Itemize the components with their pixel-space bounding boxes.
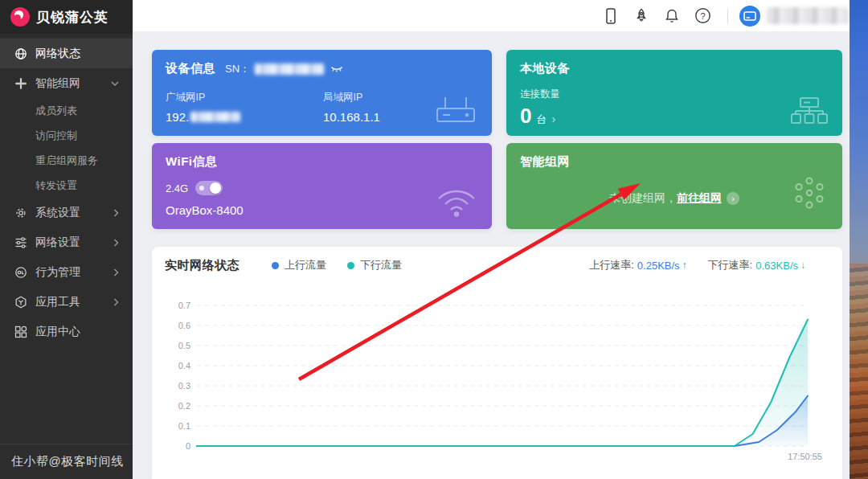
- sidebar-item-smart-networking[interactable]: 智能组网: [0, 68, 133, 98]
- legend-item-download[interactable]: 下行流量: [347, 258, 402, 272]
- down-arrow-icon: ↓: [800, 260, 805, 271]
- desktop-wallpaper: [850, 0, 868, 479]
- topbar: ?: [133, 0, 850, 32]
- wan-column: 广域网IP 192.: [166, 91, 240, 124]
- download-rate: 下行速率: 0.63KB/s ↓: [708, 258, 805, 272]
- chevron-right-icon: [113, 268, 119, 276]
- sidebar-item-label: 应用中心: [35, 325, 80, 339]
- connection-count-value: 0: [520, 104, 531, 129]
- chevron-right-icon: ›: [551, 113, 555, 125]
- gear-icon: [14, 207, 27, 219]
- legend-label: 上行流量: [285, 258, 326, 272]
- svg-text:0.4: 0.4: [178, 361, 190, 371]
- wan-ip-label: 广域网IP: [166, 91, 240, 104]
- svg-text:0: 0: [186, 441, 190, 451]
- networking-status-text: 未创建组网，: [609, 191, 677, 206]
- device-info-card: 设备信息 SN： 广域网IP 192. 局域网IP 10.168.1.1: [152, 50, 492, 136]
- logo-text: 贝锐蒲公英: [36, 8, 108, 27]
- svg-text:0.6: 0.6: [178, 321, 190, 330]
- rocket-icon[interactable]: [633, 7, 650, 25]
- go-networking-link[interactable]: 前往组网: [677, 191, 722, 206]
- sidebar-item-label: 智能组网: [35, 76, 80, 91]
- sidebar-item-label: 转发设置: [35, 178, 77, 193]
- device-card-title: 设备信息: [166, 61, 215, 76]
- sidebar-item-label: 行为管理: [35, 265, 80, 280]
- svg-text:17:50:55: 17:50:55: [788, 452, 822, 461]
- sliders-icon: [14, 236, 27, 249]
- legend-item-upload[interactable]: 上行流量: [272, 258, 326, 272]
- topbar-divider: [727, 9, 728, 23]
- local-card-title: 本地设备: [520, 61, 570, 75]
- sidebar-nav: 网络状态智能组网成员列表访问控制重启组网服务转发设置系统设置网络设置行为管理应用…: [0, 39, 133, 346]
- sidebar-item-network-settings[interactable]: 网络设置: [0, 227, 133, 257]
- svg-text:0.3: 0.3: [178, 381, 190, 391]
- sidebar-item-label: 重启组网服务: [35, 154, 98, 168]
- sidebar-item-label: 网络状态: [35, 47, 80, 61]
- topology-icon: [791, 97, 828, 125]
- wifi-band-label: 2.4G: [166, 182, 188, 194]
- sidebar: 贝锐蒲公英 网络状态智能组网成员列表访问控制重启组网服务转发设置系统设置网络设置…: [0, 0, 133, 479]
- help-icon[interactable]: ?: [694, 7, 711, 25]
- chevron-right-icon: [113, 298, 119, 306]
- sidebar-item-app-tools[interactable]: 应用工具: [0, 287, 133, 317]
- download-rate-label: 下行速率:: [708, 258, 753, 272]
- sidebar-item-restart-networking-service[interactable]: 重启组网服务: [0, 148, 133, 173]
- sn-label: SN：: [225, 62, 250, 76]
- svg-text:0.7: 0.7: [178, 301, 190, 310]
- svg-text:?: ?: [700, 11, 705, 21]
- router-icon: [434, 96, 477, 125]
- chevron-down-icon: [111, 80, 119, 86]
- sidebar-item-behavior-management[interactable]: 行为管理: [0, 257, 133, 287]
- behavior-icon: [14, 266, 27, 279]
- up-arrow-icon: ↑: [682, 260, 687, 271]
- sidebar-item-system-settings[interactable]: 系统设置: [0, 198, 133, 227]
- legend-dot-icon: [347, 262, 354, 269]
- sidebar-item-member-list[interactable]: 成员列表: [0, 98, 133, 123]
- junction-icon: [14, 77, 27, 90]
- wifi-card-title: WiFi信息: [166, 154, 218, 168]
- sidebar-item-access-control[interactable]: 访问控制: [0, 123, 133, 148]
- tools-icon: [14, 296, 27, 309]
- sidebar-footer-watermark: 住小帮@极客时间线: [0, 444, 133, 479]
- account-avatar[interactable]: [739, 6, 760, 27]
- sidebar-item-forwarding-settings[interactable]: 转发设置: [0, 173, 133, 198]
- wan-ip-value: 192.: [166, 110, 240, 124]
- svg-text:0.2: 0.2: [178, 401, 190, 411]
- download-rate-value: 0.63KB/s: [755, 260, 798, 272]
- sidebar-item-app-center[interactable]: 应用中心: [0, 317, 133, 346]
- chart-legend: 上行流量下行流量: [272, 258, 423, 272]
- apps-icon: [14, 325, 27, 338]
- lan-ip-value: 10.168.1.1: [323, 110, 380, 124]
- sidebar-item-label: 成员列表: [35, 104, 77, 118]
- legend-dot-icon: [272, 262, 279, 269]
- chevron-right-icon: [113, 209, 119, 217]
- sidebar-item-network-status[interactable]: 网络状态: [0, 39, 133, 68]
- upload-rate-value: 0.25KB/s: [637, 260, 680, 272]
- oray-logo-icon: [10, 7, 30, 27]
- realtime-network-panel: 实时网络状态 上行流量下行流量 上行速率: 0.25KB/s ↑ 下行速率: 0…: [152, 247, 842, 479]
- local-devices-card: 本地设备 连接数量 0 台 ›: [506, 50, 842, 136]
- upload-rate: 上行速率: 0.25KB/s ↑: [589, 258, 686, 272]
- notification-bell-icon[interactable]: [663, 7, 681, 25]
- chart-title: 实时网络状态: [165, 258, 240, 273]
- globe-icon: [14, 47, 27, 60]
- sidebar-item-label: 应用工具: [35, 295, 80, 309]
- sidebar-item-label: 访问控制: [35, 129, 77, 143]
- wifi-signal-icon: [436, 186, 477, 218]
- go-networking-badge-icon[interactable]: ›: [727, 192, 739, 205]
- legend-label: 下行流量: [360, 258, 402, 272]
- router-admin-app: 贝锐蒲公英 网络状态智能组网成员列表访问控制重启组网服务转发设置系统设置网络设置…: [0, 0, 868, 479]
- eye-closed-icon[interactable]: [330, 65, 343, 73]
- chevron-right-icon: [113, 239, 119, 247]
- sidebar-item-label: 系统设置: [35, 206, 80, 220]
- upload-rate-label: 上行速率:: [589, 258, 634, 272]
- traffic-line-chart: 00.10.20.30.40.50.60.717:50:55: [152, 286, 842, 479]
- mobile-phone-icon[interactable]: [602, 7, 620, 25]
- lan-ip-label: 局域网IP: [323, 91, 380, 104]
- wifi-toggle[interactable]: [195, 181, 223, 195]
- lan-column: 局域网IP 10.168.1.1: [323, 91, 380, 124]
- networking-card-title: 智能组网: [520, 154, 570, 168]
- account-name-redacted[interactable]: [767, 7, 849, 24]
- sidebar-item-label: 网络设置: [35, 235, 80, 250]
- svg-text:0.5: 0.5: [178, 341, 190, 350]
